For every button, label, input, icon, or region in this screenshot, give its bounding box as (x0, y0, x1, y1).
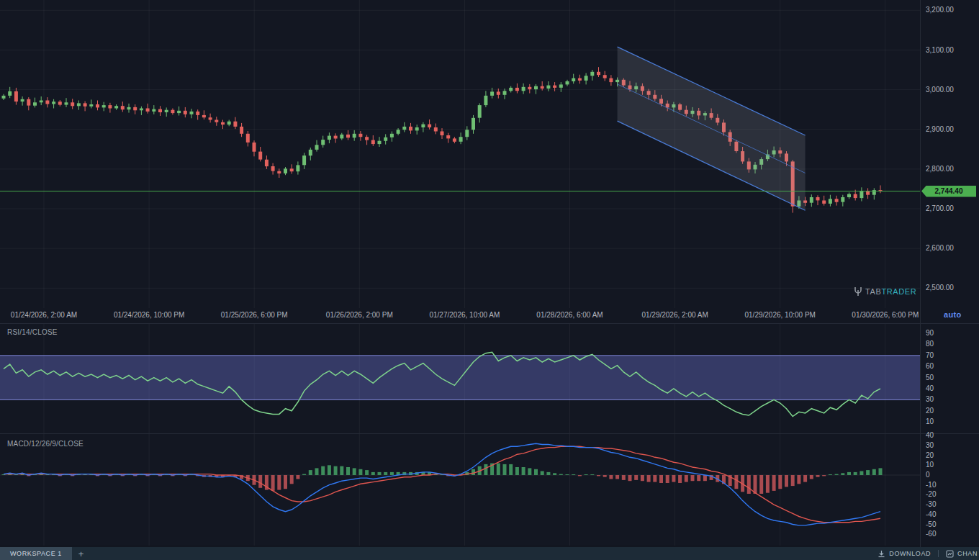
time-tick-label: 01/25/2026, 6:00 PM (221, 311, 288, 319)
macd-tick-label: 0 (926, 471, 930, 479)
time-tick-label: 01/24/2026, 10:00 PM (114, 311, 184, 319)
tabtrader-watermark: TABTRADER (854, 286, 916, 297)
price-chart-canvas[interactable] (0, 0, 920, 308)
rsi-tick-label: 80 (926, 340, 934, 348)
rsi-panel-canvas[interactable] (0, 324, 920, 433)
time-tick-label: 01/26/2026, 2:00 PM (326, 311, 393, 319)
price-tick-label: 3,100.00 (926, 46, 954, 55)
rsi-tick-label: 90 (926, 329, 934, 338)
bottom-bar: WORKSPACE 1 + DOWNLOAD (0, 547, 979, 560)
price-tick-label: 2,900.00 (926, 125, 954, 134)
workspace-tab[interactable]: WORKSPACE 1 (0, 547, 72, 560)
trading-terminal: 01/24/2026, 2:00 AM01/24/2026, 10:00 PM0… (0, 0, 979, 560)
panel-separator (0, 546, 979, 546)
macd-tick-label: 20 (926, 451, 934, 460)
time-tick-label: 01/28/2026, 6:00 AM (536, 311, 603, 319)
rsi-tick-label: 60 (926, 362, 934, 371)
auto-scale-button[interactable]: auto (944, 310, 961, 319)
price-tick-label: 2,500.00 (926, 284, 954, 292)
macd-indicator-label: MACD/12/26/9/CLOSE (7, 440, 84, 448)
rsi-tick-label: 10 (926, 417, 934, 426)
time-axis[interactable]: 01/24/2026, 2:00 AM01/24/2026, 10:00 PM0… (0, 307, 920, 323)
tabtrader-logo-icon (854, 286, 862, 297)
macd-tick-label: -40 (926, 510, 936, 519)
change-icon (946, 550, 954, 558)
rsi-tick-label: 40 (926, 384, 934, 393)
time-tick-label: 01/27/2026, 10:00 AM (429, 311, 500, 319)
price-tick-label: 3,000.00 (926, 86, 954, 94)
rsi-indicator-label: RSI/14/CLOSE (7, 328, 58, 336)
macd-tick-label: -60 (926, 530, 936, 538)
time-tick-label: 01/29/2026, 10:00 PM (744, 311, 815, 319)
last-price-badge: 2,744.40 (921, 186, 976, 197)
macd-tick-label: 40 (926, 431, 934, 440)
price-axis[interactable]: 2,744.40 auto 3,200.003,100.003,000.002,… (920, 0, 979, 547)
rsi-tick-label: 50 (926, 374, 934, 382)
rsi-tick-label: 20 (926, 407, 934, 415)
macd-tick-label: 30 (926, 441, 934, 450)
add-workspace-button[interactable]: + (72, 547, 91, 560)
time-tick-label: 01/29/2026, 2:00 AM (641, 311, 708, 319)
watermark-text: TABTRADER (865, 287, 916, 296)
macd-tick-label: -20 (926, 490, 936, 499)
macd-tick-label: -30 (926, 500, 936, 509)
change-label: CHAN (957, 550, 978, 557)
change-button[interactable]: CHAN (939, 547, 979, 560)
download-button[interactable]: DOWNLOAD (870, 547, 938, 560)
time-tick-label: 01/30/2026, 6:00 PM (852, 311, 919, 319)
macd-panel-canvas[interactable] (0, 434, 920, 546)
price-tick-label: 2,600.00 (926, 244, 954, 253)
macd-tick-label: 10 (926, 461, 934, 469)
price-tick-label: 3,200.00 (926, 6, 954, 14)
bottom-bar-actions: DOWNLOAD CHAN (870, 547, 979, 560)
rsi-tick-label: 30 (926, 395, 934, 404)
download-icon (878, 550, 885, 558)
panel-separator (0, 433, 979, 434)
price-tick-label: 2,700.00 (926, 204, 954, 213)
download-label: DOWNLOAD (889, 550, 931, 557)
rsi-tick-label: 70 (926, 351, 934, 360)
panel-separator (0, 323, 979, 324)
workspace-tab-label: WORKSPACE 1 (10, 550, 62, 557)
price-tick-label: 2,800.00 (926, 165, 954, 173)
macd-tick-label: -10 (926, 481, 936, 489)
time-tick-label: 01/24/2026, 2:00 AM (11, 311, 77, 319)
macd-tick-label: -50 (926, 520, 936, 529)
